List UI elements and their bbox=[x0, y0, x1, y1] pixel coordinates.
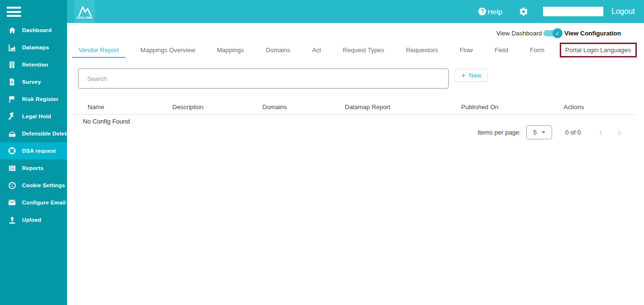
mountain-logo-icon bbox=[77, 4, 93, 17]
chevron-left-icon[interactable] bbox=[595, 127, 607, 138]
sidebar-item-label: Cookie Settings bbox=[22, 182, 65, 188]
page-range-label: 0 of 0 bbox=[565, 129, 581, 136]
sidebar: Dashboard Datamaps Retention Survey bbox=[0, 0, 67, 305]
tab-field[interactable]: Field bbox=[488, 43, 515, 58]
column-header-datamap-report: Datamap Report bbox=[345, 103, 461, 111]
gavel-icon bbox=[7, 111, 17, 122]
tab-form[interactable]: Form bbox=[523, 43, 551, 58]
report-icon bbox=[7, 163, 17, 173]
menu-icon[interactable] bbox=[7, 7, 21, 17]
sidebar-item-label: Legal Hold bbox=[22, 113, 51, 119]
sidebar-item-label: Defensible Deletion bbox=[22, 131, 75, 136]
building-icon bbox=[7, 59, 17, 70]
sidebar-nav: Dashboard Datamaps Retention Survey bbox=[0, 22, 67, 228]
sidebar-item-upload[interactable]: Upload bbox=[0, 211, 67, 228]
sidebar-item-survey[interactable]: Survey bbox=[0, 73, 67, 90]
gear-icon[interactable] bbox=[519, 7, 529, 17]
cookie-icon bbox=[7, 180, 17, 191]
search-row: + New bbox=[78, 68, 488, 89]
sidebar-item-dashboard[interactable]: Dashboard bbox=[0, 22, 67, 39]
sidebar-item-label: Retention bbox=[22, 62, 48, 68]
plus-icon: + bbox=[461, 72, 465, 79]
tab-vendor-report[interactable]: Vendor Report bbox=[72, 43, 125, 58]
sidebar-item-label: Datamaps bbox=[22, 45, 49, 50]
question-icon: ? bbox=[478, 8, 486, 15]
tab-bar: Vendor Report Mappings Overview Mappings… bbox=[72, 42, 637, 58]
tab-requestors[interactable]: Requestors bbox=[399, 43, 444, 58]
help-label: Help bbox=[487, 8, 502, 16]
sidebar-item-reports[interactable]: Reports bbox=[0, 159, 67, 177]
chevron-right-icon[interactable] bbox=[613, 127, 625, 138]
tab-request-types[interactable]: Request Types bbox=[336, 43, 391, 58]
column-header-description: Description bbox=[172, 103, 262, 111]
view-dashboard-label: View Dashboard bbox=[497, 30, 542, 37]
sidebar-item-label: Risk Register bbox=[22, 96, 58, 102]
column-header-actions: Actions bbox=[564, 103, 637, 111]
page-size-select[interactable]: 5 bbox=[526, 125, 552, 139]
tab-domains[interactable]: Domains bbox=[259, 43, 297, 58]
flag-icon bbox=[7, 94, 17, 104]
column-header-domains: Domains bbox=[262, 103, 345, 111]
sidebar-item-dsa-request[interactable]: DSA request bbox=[0, 142, 67, 159]
tab-flow[interactable]: Flow bbox=[453, 43, 479, 58]
sidebar-item-label: Survey bbox=[22, 79, 41, 85]
table-header-row: Name Description Domains Datamap Report … bbox=[72, 100, 637, 115]
topbar-search-input[interactable] bbox=[543, 7, 603, 16]
logout-button[interactable]: Logout bbox=[611, 7, 635, 16]
column-header-name: Name bbox=[72, 103, 172, 111]
view-configuration-label: View Configuration bbox=[565, 30, 621, 37]
column-header-published-on: Published On bbox=[461, 103, 564, 111]
home-icon bbox=[7, 25, 17, 35]
pagination: Items per page: 5 0 of 0 bbox=[477, 125, 625, 139]
sidebar-item-label: Configure Email bbox=[22, 200, 66, 205]
sidebar-item-legal-hold[interactable]: Legal Hold bbox=[0, 108, 67, 125]
page-size-value: 5 bbox=[533, 129, 537, 136]
brand-logo: meru data bbox=[74, 0, 95, 23]
tab-portal-login-languages[interactable]: Portal Login Languages bbox=[560, 43, 637, 57]
sidebar-item-risk-register[interactable]: Risk Register bbox=[0, 90, 67, 108]
main-content: View Dashboard ✓ View Configuration Vend… bbox=[67, 23, 644, 305]
sidebar-item-label: DSA request bbox=[22, 148, 56, 154]
empty-state-message: No Config Found bbox=[83, 118, 130, 125]
sidebar-item-retention[interactable]: Retention bbox=[0, 56, 67, 73]
sidebar-item-datamaps[interactable]: Datamaps bbox=[0, 39, 67, 56]
sidebar-item-label: Upload bbox=[22, 217, 41, 223]
sidebar-item-defensible-deletion[interactable]: Defensible Deletion bbox=[0, 125, 67, 142]
chart-icon bbox=[7, 42, 17, 53]
new-button[interactable]: + New bbox=[454, 69, 488, 82]
tab-act[interactable]: Act bbox=[305, 43, 328, 58]
chevron-down-icon bbox=[542, 131, 545, 134]
app-window: Dashboard Datamaps Retention Survey bbox=[0, 0, 644, 305]
upload-icon bbox=[7, 215, 17, 225]
topbar: meru data ? Help Logout bbox=[67, 0, 644, 23]
search-input[interactable] bbox=[78, 68, 449, 89]
sidebar-item-configure-email[interactable]: Configure Email bbox=[0, 194, 67, 211]
document-icon bbox=[7, 77, 17, 87]
sidebar-item-cookie-settings[interactable]: Cookie Settings bbox=[0, 177, 67, 194]
brand-name: meru data bbox=[77, 16, 92, 19]
check-icon: ✓ bbox=[553, 28, 563, 38]
view-toggle-row: View Dashboard ✓ View Configuration bbox=[497, 30, 621, 37]
view-mode-toggle[interactable]: ✓ bbox=[543, 30, 559, 36]
envelope-icon bbox=[7, 197, 17, 208]
help-button[interactable]: ? Help bbox=[478, 8, 502, 16]
items-per-page-label: Items per page: bbox=[477, 129, 520, 136]
new-button-label: New bbox=[469, 72, 481, 79]
sidebar-item-label: Reports bbox=[22, 165, 44, 171]
drive-icon bbox=[7, 128, 17, 139]
sidebar-item-label: Dashboard bbox=[22, 27, 52, 33]
lifering-icon bbox=[7, 146, 17, 156]
tab-mappings[interactable]: Mappings bbox=[210, 43, 250, 58]
tab-mappings-overview[interactable]: Mappings Overview bbox=[134, 43, 202, 58]
